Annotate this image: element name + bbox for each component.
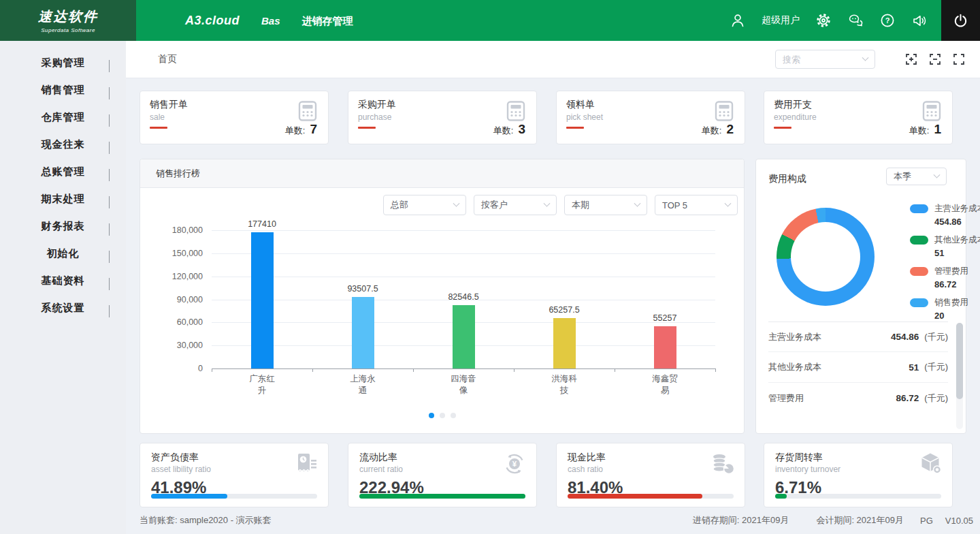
header-actions: 超级用户 ?	[730, 12, 928, 29]
x-axis-tick	[212, 368, 212, 372]
calculator-icon	[713, 99, 736, 123]
sidebar-item-warehouse-mgmt[interactable]: 仓库管理	[0, 104, 126, 131]
scrollbar-track[interactable]	[956, 323, 963, 429]
legend-value: 20	[934, 311, 980, 321]
y-axis-tick-label: 90,000	[177, 295, 203, 304]
chevron-down-icon	[453, 200, 460, 206]
legend-item-sales-expense[interactable]: 销售费用 20	[910, 297, 980, 321]
chevron-right-icon	[109, 251, 110, 263]
status-bar-right: 进销存期间: 2021年09月 会计期间: 2021年09月 PG V10.05	[693, 514, 973, 527]
logo-subtitle: Superdata Software	[41, 27, 95, 33]
pagination-dot[interactable]	[451, 413, 456, 418]
fullscreen-button[interactable]	[953, 53, 965, 65]
sidebar-item-period-end[interactable]: 期末处理	[0, 185, 126, 213]
filter-select-topn[interactable]: TOP 5	[655, 195, 738, 215]
chevron-down-icon	[634, 200, 641, 206]
bar-四海音像	[453, 305, 475, 368]
chevron-right-icon	[109, 278, 110, 290]
sidebar-item-initialization[interactable]: 初始化	[0, 240, 126, 267]
sidebar-item-cash-transactions[interactable]: 现金往来	[0, 131, 126, 158]
inventory-cube-icon	[917, 450, 944, 477]
kpi-card-purchase-order: 采购开单 purchase 单数: 3	[348, 91, 537, 144]
sidebar-item-base-data[interactable]: 基础资料	[0, 267, 126, 294]
help-icon[interactable]: ?	[879, 12, 896, 29]
announcement-horn-icon[interactable]	[911, 12, 928, 29]
search-combobox[interactable]	[775, 50, 875, 69]
scrollbar-thumb[interactable]	[956, 323, 963, 399]
kpi-subtitle: purchase	[358, 112, 527, 122]
legend-item-main-business-cost[interactable]: 主营业务成本 454.86	[910, 203, 980, 227]
kpi-count: 单数: 2	[702, 122, 734, 137]
status-bar: 当前账套: sample2020 - 演示账套 进销存期间: 2021年09月 …	[140, 514, 973, 527]
sidebar-item-purchase-mgmt[interactable]: 采购管理	[0, 49, 126, 76]
search-input[interactable]	[783, 54, 863, 65]
bar-海鑫贸易	[654, 326, 676, 368]
sidebar-item-label: 财务报表	[0, 220, 126, 233]
bar-chart-plot-area: 17741093507.582546.565257.555257	[212, 230, 715, 368]
expense-row-label: 主营业务成本	[768, 331, 891, 343]
sidebar-item-financial-reports[interactable]: 财务报表	[0, 213, 126, 240]
product-name: A3.cloud	[185, 14, 240, 28]
kpi-card-pick-sheet: 领料单 pick sheet 单数: 2	[556, 91, 745, 144]
x-axis-category-label: 上海永通	[346, 373, 379, 396]
chevron-right-icon	[109, 87, 110, 99]
sidebar-item-system-settings[interactable]: 系统设置	[0, 294, 126, 321]
x-axis-tick	[312, 368, 313, 372]
current-username[interactable]: 超级用户	[762, 14, 800, 27]
select-value: 按客户	[481, 199, 508, 211]
x-axis-line	[212, 368, 715, 369]
calculator-icon	[504, 99, 527, 123]
sales-ranking-panel: 销售排行榜 总部 按客户 本期 TOP 5 180,000150,000120,…	[140, 159, 745, 434]
chevron-right-icon	[109, 223, 110, 236]
legend-value: 454.86	[934, 217, 980, 227]
ratio-progress-track	[151, 494, 317, 499]
logout-power-button[interactable]	[941, 0, 980, 41]
filter-select-period[interactable]: 本期	[564, 195, 647, 215]
bar-广东红升	[251, 232, 274, 368]
bar-value-label: 177410	[248, 219, 276, 229]
kpi-count-label: 单数:	[285, 125, 306, 137]
kpi-card-sales-order: 销售开单 sale 单数: 7	[140, 91, 329, 144]
user-icon[interactable]	[730, 12, 746, 29]
calculator-icon	[920, 99, 943, 123]
filter-select-org[interactable]: 总部	[383, 195, 466, 215]
filter-select-by-customer[interactable]: 按客户	[474, 195, 557, 215]
expense-row-value: 86.72	[896, 393, 919, 403]
bar-洪海科技	[553, 318, 576, 368]
legend-item-other-business-cost[interactable]: 其他业务成本 51	[910, 234, 980, 258]
kpi-title: 采购开单	[358, 99, 527, 111]
power-icon	[953, 13, 968, 29]
panel-title: 销售排行榜	[156, 168, 200, 180]
pagination-dot[interactable]	[429, 413, 434, 418]
expense-period-select[interactable]: 本季	[886, 168, 947, 185]
sidebar-item-sales-mgmt[interactable]: 销售管理	[0, 76, 126, 104]
logo-title: 速达软件	[38, 7, 98, 26]
x-axis-category-label: 四海音像	[447, 373, 480, 396]
zoom-in-fullscreen-button[interactable]	[905, 53, 917, 65]
sidebar-item-label: 总账管理	[0, 166, 126, 178]
ratio-progress-fill	[775, 494, 787, 499]
pagination-dot[interactable]	[440, 413, 445, 418]
legend-item-admin-expense[interactable]: 管理费用 86.72	[910, 266, 980, 289]
ratio-card-cash-ratio: 现金比率 cash ratio 81.40%	[556, 443, 745, 507]
chevron-down-icon	[862, 54, 869, 61]
kpi-count: 单数: 1	[909, 122, 941, 137]
tab-home[interactable]: 首页	[158, 53, 177, 65]
gridline	[212, 277, 715, 277]
settings-gear-icon[interactable]	[815, 12, 832, 29]
y-axis-tick-label: 0	[198, 364, 203, 373]
app-logo: 速达软件 Superdata Software	[0, 0, 136, 41]
nav-item-bas[interactable]: Bas	[261, 15, 280, 27]
kpi-title: 领料单	[566, 99, 735, 111]
nav-item-inventory-module[interactable]: 进销存管理	[302, 15, 353, 28]
legend-label: 主营业务成本	[934, 203, 980, 215]
expense-list: 主营业务成本 454.86 (千元) 其他业务成本 51 (千元) 管理费用 8…	[768, 321, 948, 413]
panel-header: 销售排行榜	[140, 159, 744, 188]
chevron-down-icon	[934, 171, 941, 178]
sidebar-item-general-ledger[interactable]: 总账管理	[0, 158, 126, 185]
sidebar-item-label: 基础资料	[0, 274, 126, 287]
zoom-out-fullscreen-button[interactable]	[929, 53, 941, 65]
ratio-progress-track	[359, 494, 525, 499]
wechat-chat-icon[interactable]	[847, 12, 864, 29]
sidebar-item-label: 初始化	[0, 247, 126, 260]
